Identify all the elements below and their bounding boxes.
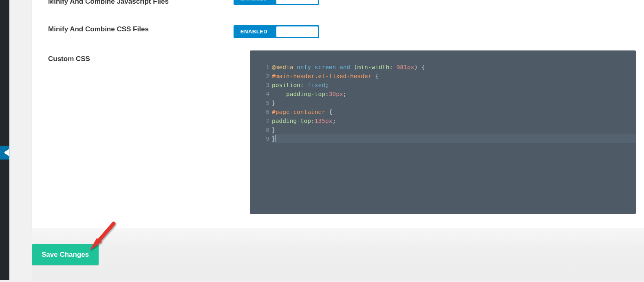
code-line[interactable]: 3position: fixed; bbox=[250, 81, 636, 90]
code-line[interactable]: 8} bbox=[250, 125, 636, 134]
settings-panel: Minify And Combine Javascript Files ENAB… bbox=[32, 0, 644, 228]
code-content[interactable]: } bbox=[272, 134, 636, 143]
setting-row-minify-js: Minify And Combine Javascript Files ENAB… bbox=[48, 0, 636, 6]
custom-css-editor[interactable]: 1@media only screen and (min-width: 981p… bbox=[250, 50, 636, 214]
code-line[interactable]: 7padding-top:135px; bbox=[250, 116, 636, 125]
code-content[interactable]: @media only screen and (min-width: 981px… bbox=[272, 63, 636, 72]
code-line[interactable]: 5} bbox=[250, 98, 636, 107]
toggle-handle bbox=[276, 0, 318, 4]
line-number: 9 bbox=[250, 134, 272, 143]
admin-sidebar bbox=[0, 0, 9, 280]
code-line[interactable]: 1@media only screen and (min-width: 981p… bbox=[250, 63, 636, 72]
code-content[interactable]: position: fixed; bbox=[272, 81, 636, 90]
line-number: 3 bbox=[250, 81, 272, 90]
line-number: 7 bbox=[250, 116, 272, 125]
line-number: 5 bbox=[250, 98, 272, 107]
setting-label: Minify And Combine CSS Files bbox=[48, 25, 234, 33]
toggle-minify-js[interactable]: ENABLED bbox=[234, 0, 319, 5]
code-content[interactable]: #main-header.et-fixed-header { bbox=[272, 72, 636, 81]
line-number: 2 bbox=[250, 72, 272, 81]
code-content[interactable]: #page-container { bbox=[272, 107, 636, 116]
code-content[interactable]: } bbox=[272, 125, 636, 134]
setting-label: Custom CSS bbox=[48, 55, 234, 63]
setting-row-minify-css: Minify And Combine CSS Files ENABLED bbox=[48, 25, 636, 38]
toggle-minify-css[interactable]: ENABLED bbox=[234, 25, 319, 38]
panel-footer: Save Changes bbox=[32, 228, 644, 281]
code-line[interactable]: 9} bbox=[250, 134, 636, 143]
save-button[interactable]: Save Changes bbox=[32, 244, 99, 265]
code-line[interactable]: 2#main-header.et-fixed-header { bbox=[250, 72, 636, 81]
line-number: 4 bbox=[250, 90, 272, 98]
toggle-state-label: ENABLED bbox=[234, 0, 274, 5]
toggle-handle bbox=[276, 26, 318, 37]
line-number: 6 bbox=[250, 107, 272, 116]
viewport: Minify And Combine Javascript Files ENAB… bbox=[0, 0, 644, 282]
toggle-state-label: ENABLED bbox=[234, 25, 274, 38]
flyout-arrow-icon bbox=[4, 149, 9, 156]
setting-label: Minify And Combine Javascript Files bbox=[48, 0, 234, 6]
code-line[interactable]: 6#page-container { bbox=[250, 107, 636, 116]
line-number: 8 bbox=[250, 125, 272, 134]
code-content[interactable]: padding-top:30px; bbox=[272, 90, 636, 98]
code-content[interactable]: } bbox=[272, 98, 636, 107]
text-cursor bbox=[276, 135, 276, 142]
code-content[interactable]: padding-top:135px; bbox=[272, 116, 636, 125]
code-line[interactable]: 4 padding-top:30px; bbox=[250, 90, 636, 98]
line-number: 1 bbox=[250, 63, 272, 72]
